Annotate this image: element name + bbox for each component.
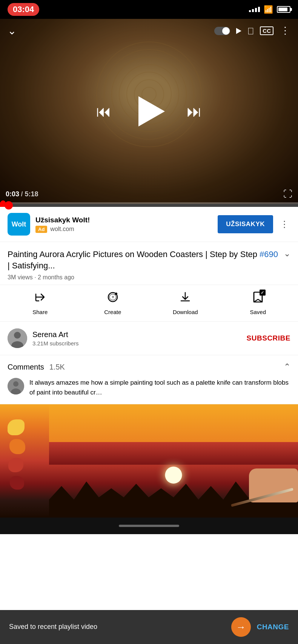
collapse-player-button[interactable]: ⌄ (8, 25, 16, 37)
cast-icon[interactable]: ⎕ (248, 26, 253, 36)
sunset-sun (165, 467, 182, 484)
recommended-video-thumbnail[interactable] (0, 404, 298, 518)
toggle-track (214, 27, 230, 35)
top-bar-right: ⎕ CC ⋮ (214, 25, 290, 37)
action-buttons-row: Share + Create Download (0, 285, 298, 322)
player-bottom-controls: 0:03 / 5:18 ⛶ (0, 189, 298, 204)
expand-title-button[interactable]: ⌄ (284, 249, 290, 259)
saved-button[interactable]: ✓ Saved (222, 291, 295, 315)
time-bar: 0:03 / 5:18 ⛶ (0, 189, 298, 199)
progress-row (0, 204, 298, 207)
download-label: Download (173, 309, 198, 315)
channel-row: Serena Art 3.21M subscribers SUBSCRIBE (0, 322, 298, 355)
collapse-comments-button[interactable]: ⌃ (284, 362, 290, 372)
channel-info: Serena Art 3.21M subscribers (32, 330, 247, 347)
wifi-icon: 📶 (264, 5, 273, 14)
share-icon (34, 291, 46, 306)
wolt-logo: Wolt (8, 213, 30, 236)
toggle-thumb (222, 27, 230, 35)
skip-previous-button[interactable]: ⏮ (96, 103, 111, 120)
create-icon: + (107, 291, 119, 306)
video-title: Painting Aurora Acrylic Pictures on Wood… (8, 249, 280, 271)
paint-swatches (8, 419, 25, 490)
autoplay-toggle[interactable] (214, 27, 241, 35)
sunset-scene (49, 404, 298, 518)
svg-point-8 (13, 381, 18, 387)
subscribe-button[interactable]: SUBSCRIBE (247, 334, 290, 342)
status-bar: 03:04 📶 (0, 0, 298, 19)
download-button[interactable]: Download (149, 291, 222, 315)
fullscreen-button[interactable]: ⛶ (283, 189, 292, 199)
comment-text: It always amazes me how a simple paintin… (29, 378, 290, 397)
create-label: Create (104, 309, 121, 315)
ad-cta-button[interactable]: UŽSISAKYK (218, 215, 273, 233)
svg-text:+: + (112, 294, 114, 300)
download-icon (179, 291, 191, 306)
progress-red (0, 204, 5, 207)
video-player[interactable]: ⌄ ⎕ CC ⋮ ⏮ ⏭ 0:03 / 5:18 (0, 19, 298, 204)
autoplay-indicator (236, 28, 241, 34)
more-options-icon[interactable]: ⋮ (280, 25, 290, 37)
sky-lower (49, 442, 298, 465)
status-icons: 📶 (249, 5, 290, 14)
progress-remaining (5, 204, 298, 207)
total-time: 5:18 (25, 190, 38, 198)
status-time: 03:04 (8, 3, 39, 16)
home-indicator (119, 525, 179, 527)
toast-bar: Saved to recent playlist video → CHANGE (0, 610, 298, 644)
ad-banner: Wolt Užsisakyk Wolt! Ad wolt.com UŽSISAK… (0, 207, 298, 242)
video-meta: 3M views · 2 months ago (8, 274, 290, 281)
home-bar (0, 518, 298, 534)
skip-next-button[interactable]: ⏭ (187, 103, 202, 120)
change-button[interactable]: CHANGE (257, 623, 289, 631)
playhead-dot (5, 201, 13, 210)
player-center-controls: ⏮ ⏭ (96, 96, 202, 126)
channel-subscribers: 3.21M subscribers (32, 340, 247, 347)
saved-icon: ✓ (252, 291, 264, 306)
create-button[interactable]: + Create (77, 291, 149, 315)
play-button[interactable] (134, 96, 164, 126)
ad-url: wolt.com (50, 226, 74, 233)
comments-header: Comments 1.5K ⌃ (8, 362, 290, 372)
signal-icon (249, 7, 260, 12)
video-title-row: Painting Aurora Acrylic Pictures on Wood… (8, 249, 290, 271)
ad-badge: Ad (35, 226, 47, 233)
comments-section: Comments 1.5K ⌃ It always amazes me how … (0, 355, 298, 404)
closed-captions-icon[interactable]: CC (260, 26, 273, 35)
share-label: Share (32, 309, 48, 315)
comments-label: Comments (8, 363, 44, 371)
comments-title-row: Comments 1.5K (8, 363, 65, 371)
svg-point-1 (115, 293, 117, 295)
ad-meta: Ad wolt.com (35, 226, 212, 233)
comment-avatar (8, 378, 24, 394)
player-top-bar: ⌄ ⎕ CC ⋮ (0, 25, 298, 37)
channel-name: Serena Art (32, 330, 247, 339)
ad-info: Užsisakyk Wolt! Ad wolt.com (35, 216, 212, 233)
channel-avatar[interactable] (8, 328, 27, 348)
arrow-right-icon: → (236, 621, 246, 633)
toast-arrow-icon: → (231, 617, 251, 637)
ad-more-button[interactable]: ⋮ (278, 219, 290, 230)
comment-row: It always amazes me how a simple paintin… (8, 378, 290, 397)
svg-point-5 (14, 332, 21, 339)
ad-title: Užsisakyk Wolt! (35, 216, 212, 224)
toast-message: Saved to recent playlist video (9, 622, 225, 632)
video-info-section: Painting Aurora Acrylic Pictures on Wood… (0, 242, 298, 285)
battery-icon (277, 6, 290, 13)
share-button[interactable]: Share (4, 291, 77, 315)
time-display: 0:03 / 5:18 (6, 190, 38, 198)
saved-label: Saved (250, 309, 266, 315)
current-time: 0:03 (6, 190, 19, 198)
comments-count: 1.5K (49, 363, 65, 371)
